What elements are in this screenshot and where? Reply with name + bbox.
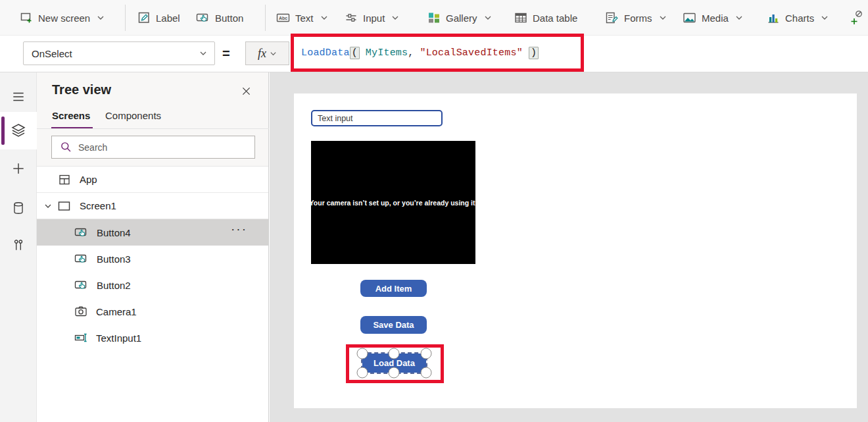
- tree-item-button2[interactable]: Button2: [37, 272, 268, 298]
- tree-search-box: [51, 136, 255, 159]
- toolbar-label: Text: [295, 13, 314, 24]
- label-icon: [137, 11, 151, 24]
- tree-item-textinput1[interactable]: TextInput1: [37, 325, 268, 351]
- gallery-icon: [427, 11, 441, 24]
- chevron-down-icon: [199, 49, 208, 58]
- toolbar-button-control[interactable]: Button: [196, 0, 243, 36]
- charts-bar-icon: [767, 11, 780, 24]
- tabs-separator: [37, 128, 269, 129]
- panel-close-button[interactable]: [238, 83, 254, 99]
- selection-handle-bottom-right[interactable]: [421, 367, 432, 379]
- close-icon: [241, 86, 252, 97]
- panel-title: Tree view: [52, 82, 111, 97]
- toolbar-new-screen[interactable]: New screen: [20, 0, 105, 36]
- tree-item-label: Button4: [97, 227, 131, 238]
- text-abc-icon: Abc: [276, 11, 290, 24]
- toolbar-gallery[interactable]: Gallery: [427, 0, 492, 36]
- formula-collection-arg: MyItems: [366, 47, 408, 59]
- add-item-button[interactable]: Add Item: [360, 280, 427, 297]
- toolbar-label: Charts: [785, 13, 814, 24]
- tree-item-button4[interactable]: Button4 ···: [37, 219, 268, 246]
- toolbar-data-table[interactable]: Data table: [514, 0, 577, 36]
- tree-item-button3[interactable]: Button3: [37, 246, 268, 272]
- selection-handle-bottom-center[interactable]: [389, 367, 400, 379]
- toolbar-charts[interactable]: Charts: [767, 0, 829, 36]
- chevron-down-icon: [270, 50, 277, 57]
- input-sliders-icon: [345, 11, 358, 24]
- button-icon: [74, 226, 88, 239]
- design-canvas-area: Your camera isn’t set up, or you’re alre…: [270, 72, 868, 422]
- search-icon: [60, 141, 72, 153]
- tree-item-camera1[interactable]: Camera1: [37, 298, 268, 325]
- toolbar-text[interactable]: Abc Text: [276, 0, 328, 36]
- selection-handle-top-center[interactable]: [389, 348, 400, 359]
- tree-item-app[interactable]: App: [37, 167, 268, 193]
- tab-screens[interactable]: Screens: [52, 110, 90, 121]
- textinput1-control[interactable]: [311, 110, 443, 126]
- toolbar-label: Forms: [624, 13, 652, 24]
- toolbar-label-control[interactable]: Label: [137, 0, 180, 36]
- toolbar-forms[interactable]: Forms: [605, 0, 667, 36]
- media-image-icon: [683, 11, 696, 24]
- chevron-down-icon: [484, 14, 492, 22]
- advanced-tools-button[interactable]: [0, 230, 37, 259]
- formula-function: LoadData: [301, 47, 350, 59]
- camera1-control[interactable]: Your camera isn’t set up, or you’re alre…: [311, 141, 475, 264]
- tree-item-label: TextInput1: [96, 332, 141, 344]
- chevron-down-icon: [320, 14, 328, 22]
- tree-item-label: Camera1: [96, 306, 137, 317]
- tree-item-label: Button3: [97, 253, 131, 265]
- chevron-down-icon: [659, 14, 667, 22]
- toolbar-divider: [265, 5, 266, 31]
- camera-icon: [74, 305, 87, 318]
- chevron-down-icon: [391, 14, 399, 22]
- search-input[interactable]: [78, 142, 249, 153]
- toolbar-label: Gallery: [446, 13, 477, 24]
- tree-rows: App Screen1 Button4 ··· Button3 Button2: [37, 166, 268, 422]
- hamburger-menu-button[interactable]: [0, 82, 37, 111]
- camera-error-message: Your camera isn’t set up, or you’re alre…: [310, 199, 477, 207]
- chevron-down-icon[interactable]: [43, 201, 53, 211]
- tree-item-screen1[interactable]: Screen1: [37, 193, 268, 219]
- insert-toolbar: New screen Label Button Abc Text Input G…: [0, 0, 868, 36]
- property-dropdown[interactable]: OnSelect: [23, 41, 215, 65]
- button-icon: [74, 252, 88, 265]
- circle-slash-plus-icon: [850, 9, 865, 26]
- formula-input[interactable]: LoadData(MyItems,"LocalSavedItems"): [294, 37, 581, 68]
- button-icon: [74, 278, 88, 292]
- formula-comma: ,: [408, 47, 414, 59]
- equals-sign: =: [222, 41, 230, 65]
- tree-view-button[interactable]: [0, 116, 37, 145]
- insert-button[interactable]: [0, 154, 37, 183]
- fx-dropdown[interactable]: fx: [245, 41, 289, 65]
- toolbar-label: Button: [215, 13, 243, 24]
- toolbar-label: Label: [156, 13, 180, 24]
- tab-components[interactable]: Components: [105, 110, 161, 121]
- chevron-down-icon: [821, 14, 829, 22]
- selection-handle-bottom-left[interactable]: [357, 367, 368, 379]
- screen1-canvas[interactable]: Your camera isn’t set up, or you’re alre…: [294, 93, 857, 408]
- data-sources-button[interactable]: [0, 194, 37, 223]
- toolbar-label: Data table: [533, 13, 577, 24]
- item-more-actions-button[interactable]: ···: [231, 222, 247, 236]
- power-apps-studio: New screen Label Button Abc Text Input G…: [0, 0, 868, 422]
- new-screen-icon: [20, 11, 33, 24]
- selection-handle-top-left[interactable]: [357, 348, 368, 359]
- layers-icon: [11, 122, 26, 138]
- selection-handle-top-right[interactable]: [421, 348, 432, 359]
- toolbar-media[interactable]: Media: [683, 0, 743, 36]
- toolbar-input[interactable]: Input: [345, 0, 399, 36]
- formula-string-arg: "LocalSavedItems": [420, 47, 522, 59]
- formula-bar: OnSelect = fx LoadData(MyItems,"LocalSav…: [0, 36, 868, 72]
- toolbar-partial-item[interactable]: [850, 0, 865, 36]
- toolbar-divider: [125, 5, 126, 31]
- toolbar-label: Media: [702, 13, 729, 24]
- tools-icon: [11, 238, 26, 252]
- left-navigation-rail: [0, 72, 37, 422]
- toolbar-label: New screen: [38, 13, 90, 24]
- tree-item-label: App: [80, 174, 97, 185]
- save-data-button[interactable]: Save Data: [360, 316, 427, 334]
- text-input-icon: [74, 331, 87, 344]
- chevron-down-icon: [97, 14, 105, 22]
- data-table-icon: [514, 11, 527, 24]
